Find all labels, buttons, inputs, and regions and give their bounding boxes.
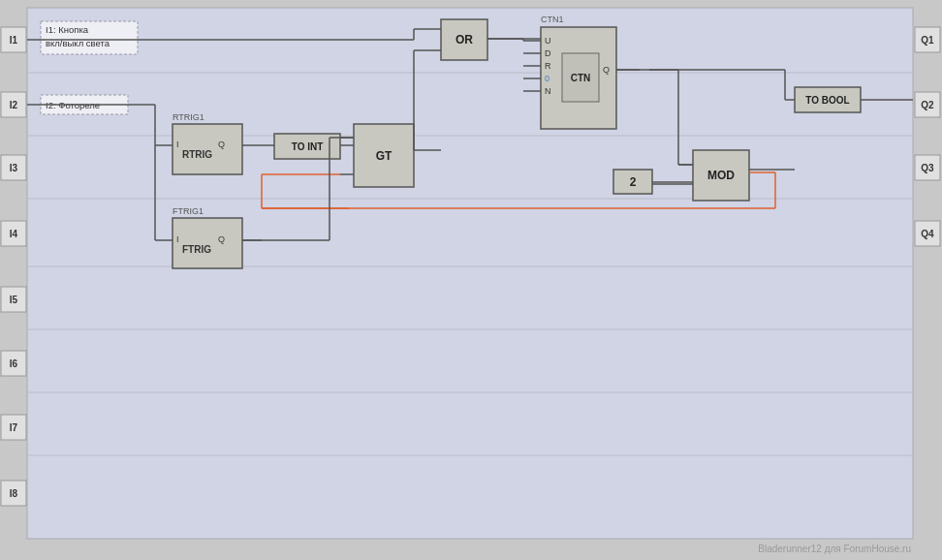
rtrig1-q-pin: Q	[218, 140, 225, 149]
i6-label: I6	[10, 358, 18, 369]
i2-label: I2	[10, 100, 18, 110]
q2-label: Q2	[921, 100, 934, 110]
rtrig1-i-pin: I	[176, 140, 179, 149]
ctn-label: CTN	[571, 73, 591, 83]
svg-rect-0	[27, 8, 913, 539]
watermark: Bladerunner12 для ForumHouse.ru	[758, 544, 911, 554]
ctn1-n-pin: N	[545, 86, 551, 96]
rtrig1-title: RTRIG1	[173, 112, 204, 122]
mod-label: MOD	[707, 169, 735, 182]
or-label: OR	[455, 33, 473, 47]
toint-label: TO INT	[292, 141, 324, 152]
ftrig1-i-pin: I	[176, 234, 179, 244]
ctn1-u-pin: U	[545, 36, 551, 46]
ctn1-q-pin: Q	[603, 65, 610, 75]
const2-label: 2	[630, 175, 637, 189]
q1-label: Q1	[921, 35, 934, 46]
gt-label: GT	[376, 149, 392, 163]
q4-label: Q4	[921, 229, 934, 239]
ctn1-r-pin: R	[545, 61, 551, 71]
ctn1-0-pin: 0	[545, 74, 550, 83]
i3-label: I3	[10, 163, 18, 173]
i5-label: I5	[10, 295, 18, 305]
i1-comment-line1: I1: Кнопка	[46, 24, 89, 35]
i4-label: I4	[10, 229, 18, 239]
ftrig1-label: FTRIG	[182, 244, 211, 255]
i7-label: I7	[10, 422, 18, 433]
tobool-label: TO BOOL	[805, 95, 849, 106]
q3-label: Q3	[921, 163, 934, 173]
rtrig1-label: RTRIG	[182, 149, 212, 160]
ftrig1-q-pin: Q	[218, 234, 225, 244]
i1-label: I1	[10, 35, 18, 46]
i8-label: I8	[10, 488, 18, 499]
ctn1-title: CTN1	[541, 15, 564, 24]
ctn1-d-pin: D	[545, 48, 551, 58]
ftrig1-title: FTRIG1	[173, 206, 204, 216]
svg-rect-25	[173, 218, 242, 268]
